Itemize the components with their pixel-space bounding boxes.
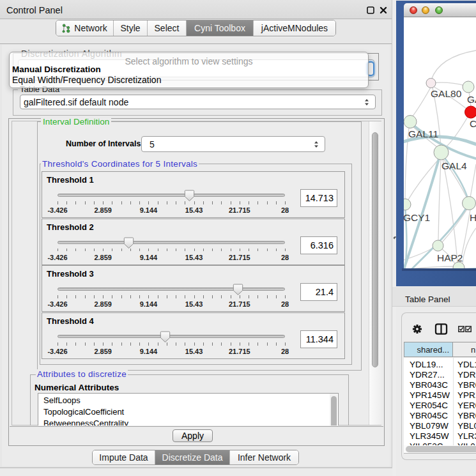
svg-text:HAP2: HAP2: [437, 252, 463, 263]
svg-text:GAL11: GAL11: [408, 128, 438, 139]
svg-text:GA: GA: [467, 94, 476, 105]
svg-text:GAL4: GAL4: [441, 160, 467, 171]
svg-text:H: H: [470, 212, 476, 223]
svg-text:C: C: [470, 118, 476, 129]
svg-text:GAL80: GAL80: [431, 88, 462, 99]
svg-text:GCY1: GCY1: [404, 212, 430, 223]
